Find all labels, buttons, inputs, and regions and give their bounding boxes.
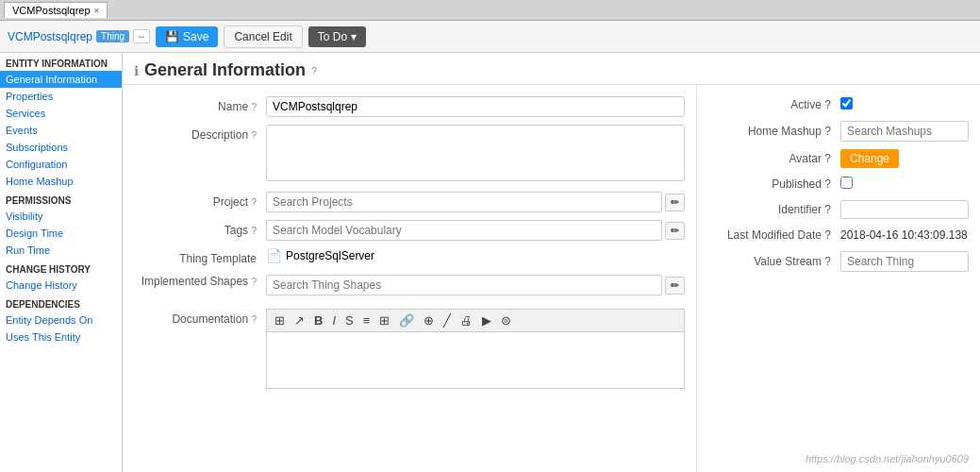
sidebar-item-subscriptions[interactable]: Subscriptions bbox=[0, 139, 122, 156]
description-input[interactable] bbox=[266, 125, 685, 181]
last-modified-control: 2018-04-16 10:43:09.138 bbox=[840, 228, 969, 242]
save-button[interactable]: 💾 Save bbox=[156, 26, 218, 47]
description-control bbox=[266, 125, 685, 184]
sidebar-item-services[interactable]: Services bbox=[0, 105, 122, 122]
tab-close-icon[interactable]: × bbox=[94, 6, 100, 16]
value-stream-control bbox=[840, 251, 969, 272]
project-search-input[interactable] bbox=[266, 192, 662, 212]
name-help-icon[interactable]: ? bbox=[251, 102, 257, 112]
documentation-textarea[interactable] bbox=[266, 332, 685, 389]
change-avatar-button[interactable]: Change bbox=[840, 149, 899, 168]
project-control: ✏ bbox=[266, 192, 685, 212]
home-mashup-label: Home Mashup ? bbox=[708, 125, 840, 138]
sidebar-item-run-time[interactable]: Run Time bbox=[0, 242, 122, 259]
name-input[interactable] bbox=[266, 96, 685, 117]
doc-btn-italic[interactable]: I bbox=[330, 312, 338, 329]
project-search-wrap: ✏ bbox=[266, 192, 685, 212]
sidebar-item-general-information[interactable]: General Information bbox=[0, 71, 122, 88]
thing-template-file-icon: 📄 bbox=[266, 248, 282, 263]
identifier-row: Identifier ? bbox=[697, 196, 980, 223]
tags-label: Tags ? bbox=[134, 220, 266, 237]
documentation-row: Documentation ? ⊞ ↗ B I S ≡ ⊞ 🔗 bbox=[123, 305, 696, 396]
project-row: Project ? ✏ bbox=[123, 188, 696, 216]
save-icon: 💾 bbox=[165, 30, 179, 43]
todo-button[interactable]: To Do ▾ bbox=[308, 26, 366, 47]
doc-btn-link[interactable]: 🔗 bbox=[397, 312, 416, 329]
sidebar-item-uses-this-entity[interactable]: Uses This Entity bbox=[0, 329, 122, 346]
doc-btn-expand[interactable]: ↗ bbox=[292, 312, 307, 329]
sidebar-item-events[interactable]: Events bbox=[0, 122, 122, 139]
name-label: Name ? bbox=[134, 96, 266, 113]
avatar-row: Avatar ? Change bbox=[697, 145, 980, 172]
sidebar-item-properties[interactable]: Properties bbox=[0, 88, 122, 105]
published-help-icon[interactable]: ? bbox=[824, 177, 831, 191]
tags-search-input[interactable] bbox=[266, 220, 662, 241]
last-modified-help-icon[interactable]: ? bbox=[824, 228, 831, 242]
doc-btn-merge[interactable]: ⊕ bbox=[422, 312, 436, 329]
page-title-help-icon[interactable]: ? bbox=[311, 65, 317, 76]
active-tab[interactable]: VCMPostsqlqrep × bbox=[4, 2, 108, 18]
value-stream-search-input[interactable] bbox=[840, 251, 969, 272]
doc-btn-print[interactable]: 🖨 bbox=[458, 312, 474, 329]
active-help-icon[interactable]: ? bbox=[824, 98, 831, 111]
todo-arrow-icon: ▾ bbox=[351, 30, 357, 43]
description-help-icon[interactable]: ? bbox=[251, 130, 257, 141]
sidebar-item-entity-depends-on[interactable]: Entity Depends On bbox=[0, 312, 122, 329]
published-checkbox[interactable] bbox=[840, 177, 853, 189]
value-stream-label: Value Stream ? bbox=[708, 255, 840, 268]
name-control bbox=[266, 96, 685, 117]
watermark: https://blog.csdn.net/jiahonhyu0609 bbox=[806, 453, 969, 464]
doc-btn-circle[interactable]: ⊜ bbox=[499, 312, 513, 329]
save-label: Save bbox=[183, 30, 208, 43]
form-content: Name ? Description ? bbox=[123, 85, 980, 472]
content-area: ℹ General Information ? Name ? bbox=[123, 53, 980, 472]
project-edit-button[interactable]: ✏ bbox=[665, 194, 685, 211]
breadcrumb: VCMPostsqlqrep Thing ↔ bbox=[8, 29, 150, 43]
home-mashup-control bbox=[840, 121, 969, 142]
active-control bbox=[840, 97, 969, 112]
identifier-help-icon[interactable]: ? bbox=[824, 203, 831, 216]
sidebar-section-change-history: CHANGE HISTORY bbox=[0, 259, 122, 277]
sidebar-item-design-time[interactable]: Design Time bbox=[0, 225, 122, 242]
active-checkbox[interactable] bbox=[840, 97, 853, 110]
thing-template-value-wrap: 📄 PostgreSqlServer bbox=[266, 248, 685, 263]
doc-btn-bold[interactable]: B bbox=[312, 312, 324, 329]
project-help-icon[interactable]: ? bbox=[251, 197, 257, 208]
documentation-label: Documentation ? bbox=[134, 309, 266, 326]
breadcrumb-toggle-icon[interactable]: ↔ bbox=[133, 29, 150, 43]
implemented-shapes-help-icon[interactable]: ? bbox=[251, 277, 257, 287]
info-icon: ℹ bbox=[134, 63, 139, 78]
doc-btn-table[interactable]: ⊞ bbox=[377, 312, 391, 329]
sidebar-item-visibility[interactable]: Visibility bbox=[0, 208, 122, 225]
doc-btn-strikethrough[interactable]: S bbox=[343, 312, 356, 329]
sidebar-item-change-history[interactable]: Change History bbox=[0, 277, 122, 294]
tags-help-icon[interactable]: ? bbox=[251, 226, 257, 236]
shapes-edit-button[interactable]: ✏ bbox=[665, 277, 685, 295]
breadcrumb-main-link[interactable]: VCMPostsqlqrep bbox=[8, 30, 92, 43]
tab-bar: VCMPostsqlqrep × bbox=[0, 0, 980, 21]
tags-row: Tags ? ✏ bbox=[123, 216, 696, 244]
todo-label: To Do bbox=[318, 30, 347, 43]
value-stream-help-icon[interactable]: ? bbox=[824, 255, 831, 268]
home-mashup-help-icon[interactable]: ? bbox=[824, 125, 831, 138]
published-label: Published ? bbox=[708, 177, 840, 191]
identifier-input[interactable] bbox=[840, 200, 969, 219]
sidebar-item-configuration[interactable]: Configuration bbox=[0, 156, 122, 173]
cancel-edit-button[interactable]: Cancel Edit bbox=[224, 25, 302, 48]
home-mashup-search-input[interactable] bbox=[840, 121, 969, 142]
avatar-label: Avatar ? bbox=[708, 152, 840, 165]
tags-search-wrap: ✏ bbox=[266, 220, 685, 241]
name-row: Name ? bbox=[123, 93, 696, 121]
shapes-search-input[interactable] bbox=[266, 275, 662, 295]
tab-label: VCMPostsqlqrep bbox=[12, 5, 91, 16]
doc-btn-slash[interactable]: ╱ bbox=[441, 312, 453, 329]
thing-template-value: PostgreSqlServer bbox=[286, 249, 374, 262]
active-row: Active ? bbox=[697, 93, 980, 117]
doc-btn-play[interactable]: ▶ bbox=[480, 312, 493, 329]
avatar-help-icon[interactable]: ? bbox=[824, 152, 831, 165]
tags-edit-button[interactable]: ✏ bbox=[665, 222, 685, 240]
documentation-help-icon[interactable]: ? bbox=[251, 314, 257, 325]
sidebar-item-home-mashup[interactable]: Home Mashup bbox=[0, 173, 122, 190]
doc-btn-grid[interactable]: ⊞ bbox=[273, 312, 287, 329]
doc-btn-list[interactable]: ≡ bbox=[361, 312, 373, 329]
